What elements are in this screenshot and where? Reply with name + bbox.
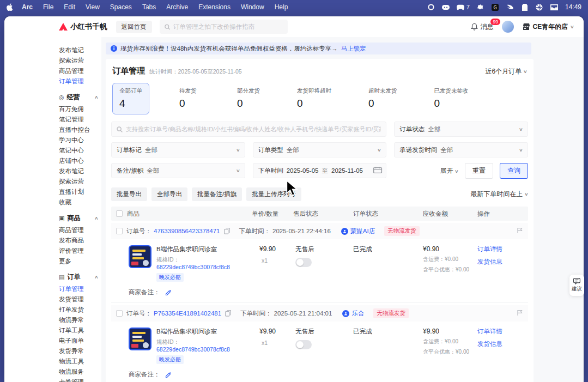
menubar-item[interactable]: Edit <box>64 3 75 11</box>
product-name[interactable]: B端作品集求职问诊室 <box>156 328 252 336</box>
batch-button[interactable]: 批量备注/插旗 <box>192 187 242 201</box>
sidebar-item[interactable]: 发布商品 <box>59 235 101 246</box>
sidebar-item[interactable]: 直播计划 <box>59 187 101 197</box>
game-controller-icon[interactable] <box>457 3 464 11</box>
product-image[interactable] <box>129 328 151 350</box>
reset-button[interactable]: 重置 <box>465 163 493 179</box>
header-search-input[interactable] <box>173 23 283 30</box>
sidebar-item[interactable]: 打单发货 <box>59 305 101 315</box>
menubar-item[interactable]: Window <box>241 3 264 11</box>
pinwheel-icon[interactable] <box>536 3 543 11</box>
sidebar-item[interactable]: 商品管理 <box>59 225 101 235</box>
stat-card[interactable]: 已发货未签收0 <box>427 83 476 114</box>
sidebar-item[interactable]: 订单管理 <box>59 284 101 294</box>
edit-remark-icon[interactable] <box>165 372 172 378</box>
order-detail-link[interactable]: 订单详情 <box>477 328 528 336</box>
date-from[interactable]: 2025-05-05 <box>287 167 319 174</box>
input-method-icon[interactable] <box>442 3 450 11</box>
sidebar-item[interactable]: 订单管理 <box>59 76 101 87</box>
sidebar-item[interactable]: 发货管理 <box>59 294 101 305</box>
sidebar-item[interactable]: 学习中心 <box>59 135 101 145</box>
sidebar-section-header[interactable]: ▣商品∧ <box>59 214 98 223</box>
batch-button[interactable]: 批量导出 <box>111 187 147 201</box>
order-detail-link[interactable]: 订单详情 <box>477 245 528 253</box>
banner-link[interactable]: 马上锁定 <box>341 45 366 53</box>
shipping-info-link[interactable]: 发货信息 <box>477 340 528 348</box>
g-app-icon[interactable]: G <box>492 3 499 11</box>
sidebar-item[interactable]: 更多 <box>59 256 101 266</box>
buyer-chip[interactable]: 蒙媒AI店 <box>341 227 375 235</box>
batch-button[interactable]: 批量上传序列号 <box>246 187 301 201</box>
edit-remark-icon[interactable] <box>165 289 172 296</box>
sidebar-item[interactable]: 探索运营 <box>59 56 101 66</box>
sidebar-item[interactable]: 发货异常 <box>59 346 101 356</box>
promise-time-select[interactable]: 承诺发货时间全部 ∨ <box>394 142 528 157</box>
copy-icon[interactable] <box>225 310 231 317</box>
menubar-item[interactable]: Spaces <box>110 3 132 11</box>
back-home-button[interactable]: 返回首页 <box>116 21 152 33</box>
sidebar-section-header[interactable]: ▤订单∧ <box>59 272 98 282</box>
menubar-item[interactable]: View <box>86 3 100 11</box>
header-search[interactable] <box>160 20 288 34</box>
stat-card[interactable]: 发货即将超时0 <box>290 83 338 114</box>
flag-icon[interactable] <box>517 227 523 235</box>
apple-menu-icon[interactable] <box>7 3 14 11</box>
aftersale-toggle[interactable] <box>295 340 312 349</box>
stat-card[interactable]: 部分发货0 <box>230 83 267 114</box>
stat-card[interactable]: 全部订单4 <box>112 83 149 114</box>
order-search-input[interactable] <box>126 126 381 132</box>
spec-id-value[interactable]: 68229dec8749bc30078cf8c8 <box>156 264 230 270</box>
sidebar-item[interactable]: 物流异常 <box>59 315 101 325</box>
order-time-range[interactable]: 下单时间 2025-05-05 至 2025-11-05 <box>253 163 387 178</box>
swift-bird-icon[interactable] <box>506 3 514 11</box>
order-type-select[interactable]: 订单类型全部 ∨ <box>253 142 387 157</box>
menubar-item[interactable]: Arc <box>22 3 33 11</box>
remark-flag-select[interactable]: 备注/旗帜全部 ∨ <box>111 163 245 178</box>
order-checkbox[interactable] <box>116 228 123 234</box>
stat-card[interactable]: 超时未发货0 <box>361 83 404 114</box>
feedback-widget[interactable]: 建议 <box>569 275 584 296</box>
order-checkbox[interactable] <box>116 310 123 317</box>
messages-button[interactable]: 消息 99 <box>471 22 493 32</box>
menubar-item[interactable]: Tabs <box>142 3 156 11</box>
sort-selector[interactable]: 最新下单时间在上∨ <box>470 190 528 199</box>
sidebar-item[interactable]: 收藏 <box>59 197 101 208</box>
shipping-info-link[interactable]: 发货信息 <box>477 258 528 266</box>
flag-icon[interactable] <box>517 310 523 317</box>
sidebar-section-header[interactable]: ◎经营∧ <box>59 93 98 102</box>
order-range-selector[interactable]: 近6个月订单∨ <box>485 67 527 76</box>
inbox-icon[interactable] <box>550 3 558 11</box>
select-all-checkbox[interactable] <box>116 210 123 217</box>
sidebar-item[interactable]: 笔记中心 <box>59 145 101 156</box>
product-image[interactable] <box>129 245 151 268</box>
order-mark-select[interactable]: 订单标记全部 ∨ <box>111 142 245 157</box>
shop-selector[interactable]: CE青年的店 ∨ <box>523 22 574 32</box>
milk-carton-icon[interactable] <box>521 3 529 11</box>
sidebar-item[interactable]: 订单工具 <box>59 325 101 336</box>
sidebar-item[interactable]: 商品管理 <box>59 66 101 76</box>
sidebar-item[interactable]: 评价管理 <box>59 246 101 256</box>
sidebar-item[interactable]: 百万免佣 <box>59 104 101 114</box>
qianfan-logo[interactable]: 小红书千帆 <box>59 22 107 32</box>
sidebar-item[interactable]: 发布笔记 <box>59 45 101 56</box>
date-to[interactable]: 2025-11-05 <box>331 167 363 174</box>
sidebar-item[interactable]: 电子面单 <box>59 336 101 346</box>
sidebar-item[interactable]: 卡券管理 <box>59 377 101 382</box>
menubar-item[interactable]: Extensions <box>198 3 231 11</box>
copy-icon[interactable] <box>224 228 230 234</box>
buyer-chip[interactable]: 乐合 <box>342 310 364 318</box>
order-status-select[interactable]: 订单状态全部 ∨ <box>394 122 528 137</box>
sidebar-item[interactable]: 直播中控台 <box>59 125 101 135</box>
sidebar-item[interactable]: 物流服务 <box>59 367 101 377</box>
stat-card[interactable]: 待发货0 <box>172 83 207 114</box>
menubar-item[interactable]: Archive <box>166 3 188 11</box>
menubar-item[interactable]: File <box>43 3 53 11</box>
menubar-item[interactable]: Help <box>275 3 288 11</box>
spec-id-value[interactable]: 68229dec8749bc30078cf8c8 <box>156 346 230 353</box>
batch-button[interactable]: 全部导出 <box>151 187 187 201</box>
record-dot-icon[interactable] <box>427 3 435 11</box>
sidebar-item[interactable]: 发布笔记 <box>59 166 101 177</box>
user-avatar[interactable] <box>502 21 514 33</box>
order-no[interactable]: P763354E41891402481 <box>154 310 221 317</box>
sidebar-item[interactable]: 探索运营 <box>59 177 101 187</box>
